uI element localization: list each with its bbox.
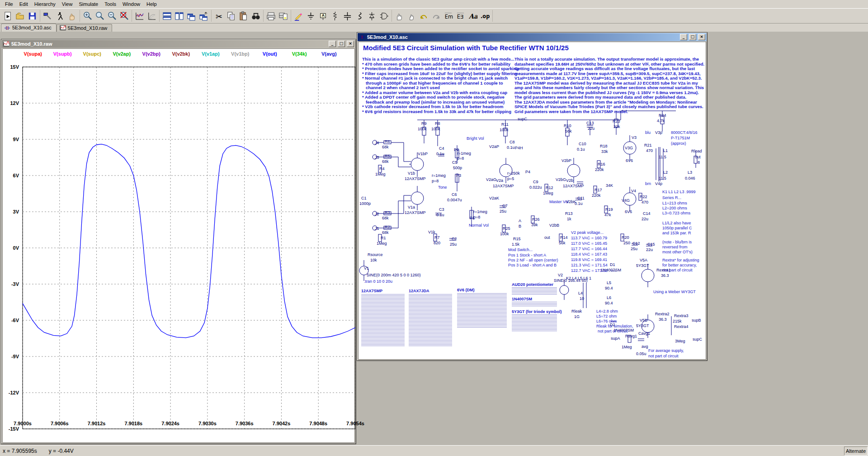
open-button[interactable] — [14, 10, 26, 22]
halt-button[interactable] — [66, 10, 78, 22]
menu-item-help[interactable]: Help — [143, 0, 160, 8]
schematic-label: V3 — [632, 136, 637, 140]
text-button[interactable]: Aa — [467, 10, 479, 22]
minimize-button[interactable]: _ — [329, 41, 336, 47]
restore-windows-button[interactable] — [198, 10, 210, 22]
menu-item-view[interactable]: View — [59, 0, 76, 8]
undo-button[interactable] — [418, 10, 430, 22]
paste-button[interactable] — [237, 10, 250, 22]
legend-item-V(supa)[interactable]: V(supa) — [18, 51, 48, 57]
menu-item-window[interactable]: Window — [119, 0, 143, 8]
cascade-button[interactable] — [185, 10, 198, 22]
schematic-label: 5Y3GT — [636, 324, 649, 328]
drag-button[interactable] — [406, 10, 418, 22]
cascade-icon — [187, 11, 196, 21]
print-button[interactable] — [265, 10, 277, 22]
menu-item-simulate[interactable]: Simulate — [75, 0, 101, 8]
open-icon — [15, 11, 25, 21]
redo-button[interactable] — [430, 10, 442, 22]
schematic-label: Ravg1 — [625, 334, 637, 338]
maximize-button[interactable]: □ — [689, 34, 696, 40]
efficiency-report-button[interactable] — [146, 10, 158, 22]
legend-item-V(v2bp)[interactable]: V(v2bp) — [137, 51, 166, 57]
schematic-label: V2bB — [549, 223, 559, 228]
print-preview-button[interactable] — [277, 10, 289, 22]
legend-item-V(v2bk)[interactable]: V(v2bk) — [166, 51, 196, 57]
maximize-button[interactable]: □ — [338, 41, 345, 47]
cursor-y-readout: y = -0.44V — [49, 448, 74, 454]
zoom-in-icon — [83, 11, 92, 21]
legend-item-V(supc)[interactable]: V(supc) — [77, 51, 107, 57]
move-button[interactable] — [393, 10, 406, 22]
svg-text:A: A — [322, 13, 325, 18]
schematic-canvas[interactable]: Modified 5E3 Circuit Simulation with Tub… — [358, 42, 706, 360]
legend-item-V(v1bp)[interactable]: V(v1bp) — [226, 51, 255, 57]
close-icon[interactable]: × — [698, 34, 705, 40]
x-axis-tick: 7.9024s — [161, 421, 179, 426]
capacitor-button[interactable] — [341, 10, 354, 22]
zoom-full-button[interactable] — [94, 10, 106, 22]
zoom-out-button[interactable] — [106, 10, 118, 22]
control-panel-button[interactable] — [42, 10, 54, 22]
schematic-label: 1Meg — [543, 191, 553, 195]
tile-vertical-button[interactable] — [173, 10, 185, 22]
legend-item-V(v1ap)[interactable]: V(v1ap) — [196, 51, 226, 57]
legend-item-V(34k)[interactable]: V(34k) — [285, 51, 315, 57]
schematic-label: K1 L1 L2 L3 .9999 — [662, 190, 696, 194]
schematic-label: L5 — [607, 281, 611, 285]
schematic-label: L4=2.8 ohm — [596, 309, 618, 314]
schematic-label: V2a — [496, 179, 503, 183]
net-label-button[interactable]: A — [317, 10, 329, 22]
zoom-in-button[interactable] — [81, 10, 94, 22]
wire-button[interactable] — [292, 10, 305, 22]
schematic-label: avg — [642, 345, 648, 349]
toolbar-group: A — [292, 10, 392, 22]
mirror-button[interactable]: Em — [442, 10, 454, 22]
schematic-label: 68k — [382, 231, 389, 235]
close-icon[interactable]: × — [347, 41, 354, 47]
legend-item-V(v2ap)[interactable]: V(v2ap) — [107, 51, 137, 57]
menu-item-hierarchy[interactable]: Hierarchy — [31, 0, 59, 8]
legend-item-V(out)[interactable]: V(out) — [255, 51, 285, 57]
ground-button[interactable] — [305, 10, 317, 22]
legend-item-V(avg)[interactable]: V(avg) — [314, 51, 344, 57]
schematic-label: 1000p — [359, 202, 371, 206]
cut-button[interactable]: ✂ — [213, 10, 225, 22]
zoom-undo-button[interactable] — [118, 10, 130, 22]
schematic-label: 0.1u — [577, 147, 585, 152]
schematic-window-titlebar[interactable]: 5E3mod_X10.asc _ □ × — [358, 33, 707, 41]
run-button[interactable] — [54, 10, 66, 22]
tile-horizontal-button[interactable] — [161, 10, 173, 22]
schematic-label: 113.7 VAC = 160.79 — [571, 236, 607, 240]
waveform-pane-button[interactable] — [133, 10, 146, 22]
menu-item-edit[interactable]: Edit — [16, 0, 31, 8]
menu-item-file[interactable]: File — [2, 0, 16, 8]
resistor-button[interactable] — [329, 10, 341, 22]
menu-item-tools[interactable]: Tools — [101, 0, 119, 8]
minimize-button[interactable]: _ — [680, 34, 687, 40]
schematic-label: 4.7k — [657, 119, 665, 123]
schematic-label: R25 — [503, 227, 510, 231]
plot-canvas[interactable] — [3, 59, 355, 445]
schematic-label: C11 — [577, 196, 585, 200]
new-schematic-button[interactable] — [2, 10, 14, 22]
copy-button[interactable] — [225, 10, 237, 22]
schematic-label: J1 — [375, 227, 379, 231]
component-button[interactable] — [378, 10, 390, 22]
y-axis-tick: 3V — [13, 209, 19, 214]
rotate-button[interactable]: E∃ — [454, 10, 467, 22]
waveform-window-titlebar[interactable]: 5E3mod_X10.raw _ □ × — [2, 40, 355, 48]
model-block-title: 5Y3GT (for triode symbol) — [512, 309, 562, 314]
diode-button[interactable] — [366, 10, 378, 22]
save-button[interactable] — [26, 10, 38, 22]
waveform-window: 5E3mod_X10.raw _ □ × V(supa)V(supb)V(sup… — [1, 39, 356, 444]
tab-5E3mod_X10.asc[interactable]: 5E3mod_X10.asc — [1, 24, 57, 32]
schematic-label: C12 — [632, 242, 640, 246]
schematic-label: blu — [645, 131, 651, 135]
plot-client[interactable]: V(supa)V(supb)V(supc)V(v2ap)V(v2bp)V(v2b… — [2, 48, 355, 443]
find-button[interactable] — [250, 10, 262, 22]
spice-directive-button[interactable]: .op — [479, 10, 491, 22]
tab-5E3mod_X10.raw[interactable]: 5E3mod_X10.raw — [57, 24, 112, 32]
inductor-button[interactable] — [354, 10, 366, 22]
legend-item-V(supb)[interactable]: V(supb) — [48, 51, 78, 57]
